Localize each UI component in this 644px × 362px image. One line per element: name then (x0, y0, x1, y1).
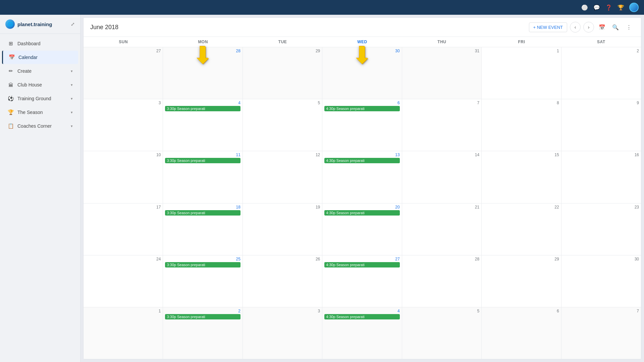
cal-cell-3-1: 183:30p Season preparati (163, 203, 243, 255)
cal-cell-5-3: 44:30p Season preparati (322, 307, 402, 359)
cell-date-5-3: 4 (324, 309, 399, 313)
cell-date-5-1: 2 (165, 309, 240, 313)
cell-date-0-3: 30 (324, 49, 399, 53)
chevron-icon-theseason: ▾ (71, 110, 73, 115)
chat-icon[interactable]: 💬 (593, 4, 600, 11)
help-icon[interactable]: ❓ (605, 4, 612, 11)
calendar-view-icon[interactable]: 📅 (597, 22, 607, 33)
cell-date-2-5: 15 (484, 153, 559, 157)
event-pill-4-1-0[interactable]: 3:30p Season preparati (165, 262, 240, 267)
event-pill-5-1-0[interactable]: 3:30p Season preparati (165, 314, 240, 319)
sidebar-item-trainingground[interactable]: ⚽Training Ground▾ (2, 92, 78, 105)
event-pill-2-1-0[interactable]: 3:30p Season preparati (165, 158, 240, 163)
event-pill-1-1-0[interactable]: 3:30p Season preparati (165, 106, 240, 111)
cell-date-1-5: 8 (484, 101, 559, 105)
cal-cell-4-0: 24 (84, 255, 163, 307)
week-row-4: 24253:30p Season preparati26274:30p Seas… (84, 255, 641, 307)
cal-cell-2-4: 14 (402, 151, 482, 203)
sidebar-item-calendar[interactable]: 📅Calendar (2, 51, 78, 64)
main-layout: 🌐 planet.training ⤢ ⊞Dashboard📅Calendar✏… (0, 15, 644, 362)
topbar: ⚪ 💬 ❓ 🏆 (0, 0, 644, 15)
event-pill-2-3-0[interactable]: 4:30p Season preparati (324, 158, 399, 163)
sidebar-logo[interactable]: 🌐 planet.training ⤢ (0, 15, 80, 34)
day-header-sun: Sun (84, 37, 163, 47)
cal-cell-1-3: 64:30p Season preparati (322, 99, 402, 151)
cal-cell-2-5: 15 (482, 151, 561, 203)
day-header-sat: Sat (561, 37, 641, 47)
cell-date-5-0: 1 (86, 309, 161, 313)
event-pill-5-3-0[interactable]: 4:30p Season preparati (324, 314, 399, 319)
cal-cell-5-2: 3 (243, 307, 322, 359)
user-avatar[interactable] (629, 3, 639, 12)
cell-date-5-4: 5 (404, 309, 479, 313)
calendar-title: June 2018 (90, 24, 525, 31)
week-row-1: 343:30p Season preparati564:30p Season p… (84, 99, 641, 151)
day-header-mon: Mon (163, 37, 243, 47)
week-row-3: 17183:30p Season preparati19204:30p Seas… (84, 203, 641, 255)
new-event-button[interactable]: + NEW EVENT (529, 22, 568, 32)
cell-date-4-0: 24 (86, 257, 161, 261)
trainingground-icon: ⚽ (7, 95, 14, 102)
cal-cell-0-4: 31 (402, 47, 482, 99)
cell-date-2-2: 12 (245, 153, 320, 157)
event-pill-4-3-0[interactable]: 4:30p Season preparati (324, 262, 399, 267)
dashboard-icon: ⊞ (7, 40, 14, 47)
cal-cell-2-2: 12 (243, 151, 322, 203)
calendar-header-actions: + NEW EVENT ‹ › 📅 🔍 ⋮ (529, 22, 635, 33)
sidebar-nav: ⊞Dashboard📅Calendar✏Create▾🏛Club House▾⚽… (0, 34, 80, 362)
more-options-icon[interactable]: ⋮ (624, 22, 634, 33)
cell-date-0-1: 28 (165, 49, 240, 53)
cal-cell-0-2: 29 (243, 47, 322, 99)
cell-date-2-3: 13 (324, 153, 399, 157)
cal-cell-1-0: 3 (84, 99, 163, 151)
sidebar-item-label-clubhouse: Club House (17, 82, 67, 87)
sidebar-item-coachescorner[interactable]: 📋Coaches Corner▾ (2, 119, 78, 133)
cell-date-1-4: 7 (404, 101, 479, 105)
event-pill-3-3-0[interactable]: 4:30p Season preparati (324, 210, 399, 216)
search-icon[interactable]: 🔍 (610, 22, 621, 33)
cell-date-4-5: 29 (484, 257, 559, 261)
cal-cell-4-5: 29 (482, 255, 561, 307)
sidebar-item-create[interactable]: ✏Create▾ (2, 64, 78, 78)
event-pill-1-3-0[interactable]: 4:30p Season preparati (324, 106, 399, 111)
week-row-2: 10113:30p Season preparati12134:30p Seas… (84, 151, 641, 203)
cal-cell-5-6: 7 (561, 307, 641, 359)
cell-date-5-5: 6 (484, 309, 559, 313)
calendar-days-header: SunMonTueWedThuFriSat (84, 37, 641, 47)
expand-icon[interactable]: ⤢ (71, 21, 75, 27)
coachescorner-icon: 📋 (7, 123, 14, 129)
chevron-icon-clubhouse: ▾ (71, 83, 73, 87)
calendar-header: June 2018 + NEW EVENT ‹ › 📅 🔍 ⋮ (84, 18, 641, 37)
cell-date-4-1: 25 (165, 257, 240, 261)
cell-date-0-4: 31 (404, 49, 479, 53)
sidebar-item-label-calendar: Calendar (18, 55, 73, 60)
cell-date-4-6: 30 (564, 257, 639, 261)
trophy-icon[interactable]: 🏆 (617, 4, 625, 11)
cell-date-1-0: 3 (86, 101, 161, 105)
cell-date-3-1: 18 (165, 205, 240, 209)
cell-date-4-2: 26 (245, 257, 320, 261)
cell-date-0-5: 1 (484, 49, 559, 53)
prev-month-button[interactable]: ‹ (570, 22, 581, 33)
cal-cell-0-5: 1 (482, 47, 561, 99)
cal-cell-5-5: 6 (482, 307, 561, 359)
cal-cell-3-0: 17 (84, 203, 163, 255)
sidebar-item-label-trainingground: Training Ground (17, 96, 67, 101)
cal-cell-0-1: 28 (163, 47, 243, 99)
week-row-5: 123:30p Season preparati344:30p Season p… (84, 307, 641, 359)
cal-cell-1-4: 7 (402, 99, 482, 151)
sidebar-item-dashboard[interactable]: ⊞Dashboard (2, 37, 78, 50)
cal-cell-2-0: 10 (84, 151, 163, 203)
circle-icon[interactable]: ⚪ (581, 4, 588, 11)
cal-cell-4-1: 253:30p Season preparati (163, 255, 243, 307)
cal-cell-3-6: 23 (561, 203, 641, 255)
next-month-button[interactable]: › (583, 22, 594, 33)
sidebar-item-theseason[interactable]: 🏆The Season▾ (2, 106, 78, 119)
cell-date-2-6: 16 (564, 153, 639, 157)
cell-date-0-0: 27 (86, 49, 161, 53)
cell-date-1-1: 4 (165, 101, 240, 105)
event-pill-3-1-0[interactable]: 3:30p Season preparati (165, 210, 240, 216)
sidebar-item-label-coachescorner: Coaches Corner (17, 123, 67, 129)
cell-date-1-2: 5 (245, 101, 320, 105)
sidebar-item-clubhouse[interactable]: 🏛Club House▾ (2, 78, 78, 92)
